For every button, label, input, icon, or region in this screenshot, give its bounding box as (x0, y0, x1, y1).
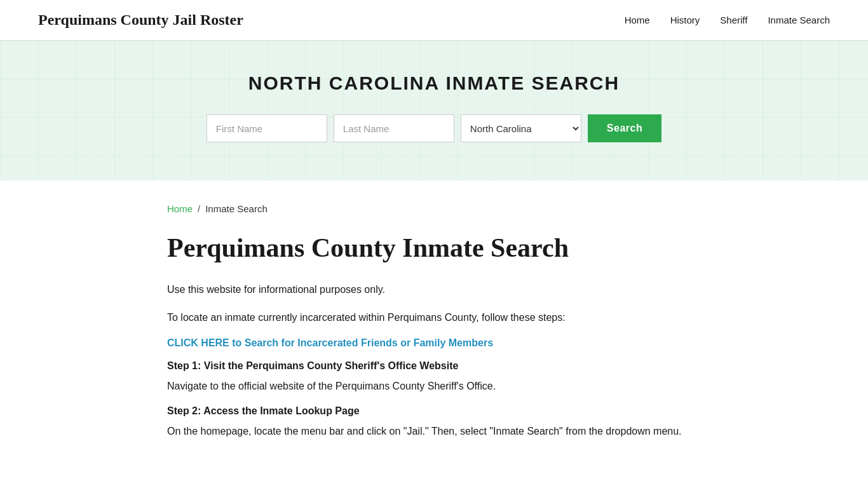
first-name-input[interactable] (207, 114, 327, 142)
search-form: North Carolina Alabama Alaska Arizona Ar… (13, 114, 855, 142)
breadcrumb: Home / Inmate Search (167, 203, 701, 214)
breadcrumb-separator: / (198, 203, 200, 214)
hero-banner: NORTH CAROLINA INMATE SEARCH North Carol… (0, 41, 868, 180)
hero-title: NORTH CAROLINA INMATE SEARCH (13, 72, 855, 94)
step2-body: On the homepage, locate the menu bar and… (167, 423, 701, 440)
nav-inmate-search[interactable]: Inmate Search (768, 15, 830, 25)
site-header: Perquimans County Jail Roster Home Histo… (0, 0, 868, 41)
nav-sheriff[interactable]: Sheriff (720, 15, 747, 25)
state-select[interactable]: North Carolina Alabama Alaska Arizona Ar… (461, 114, 581, 142)
page-heading: Perquimans County Inmate Search (167, 232, 701, 264)
breadcrumb-current: Inmate Search (205, 203, 268, 214)
last-name-input[interactable] (334, 114, 454, 142)
step1-heading: Step 1: Visit the Perquimans County Sher… (167, 360, 701, 372)
step1-body: Navigate to the official website of the … (167, 378, 701, 395)
breadcrumb-home[interactable]: Home (167, 203, 193, 214)
step2-heading: Step 2: Access the Inmate Lookup Page (167, 405, 701, 417)
search-button[interactable]: Search (588, 114, 661, 142)
intro-paragraph-1: Use this website for informational purpo… (167, 281, 701, 298)
nav-history[interactable]: History (670, 15, 700, 25)
site-nav: Home History Sheriff Inmate Search (625, 15, 830, 25)
nav-home[interactable]: Home (625, 15, 650, 25)
main-content: Home / Inmate Search Perquimans County I… (129, 180, 739, 488)
intro-paragraph-2: To locate an inmate currently incarcerat… (167, 309, 701, 326)
cta-link[interactable]: CLICK HERE to Search for Incarcerated Fr… (167, 337, 493, 349)
site-title: Perquimans County Jail Roster (38, 11, 243, 29)
